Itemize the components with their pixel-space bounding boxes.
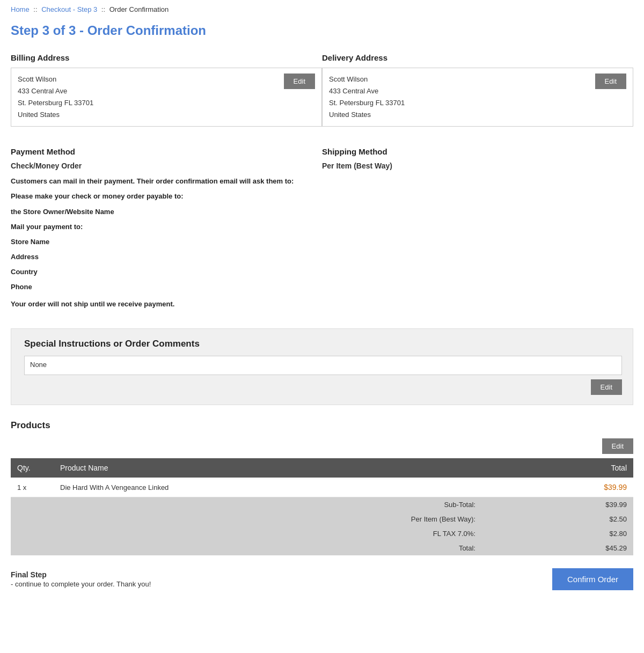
product-total: $39.99 <box>482 478 633 497</box>
delivery-country: United States <box>329 111 371 119</box>
delivery-address-box: Scott Wilson 433 Central Ave St. Petersb… <box>322 68 633 127</box>
product-name: Die Hard With A Vengeance Linked <box>54 478 482 497</box>
billing-delivery-section: Billing Address Scott Wilson 433 Central… <box>11 53 633 127</box>
payment-description: Customers can mail in their payment. The… <box>11 175 322 310</box>
delivery-name: Scott Wilson <box>329 75 368 83</box>
billing-name: Scott Wilson <box>18 75 56 83</box>
products-table-header-row: Qty. Product Name Total <box>11 458 633 478</box>
payment-desc2: Please make your check or money order pa… <box>11 190 322 202</box>
delivery-heading: Delivery Address <box>322 53 633 62</box>
delivery-address-text: Scott Wilson 433 Central Ave St. Petersb… <box>329 74 405 121</box>
payment-warning: Your order will not ship until we receiv… <box>11 298 322 310</box>
page-title: Step 3 of 3 - Order Confirmation <box>11 23 633 38</box>
payment-shipping-section: Payment Method Check/Money Order Custome… <box>11 136 633 313</box>
col-qty-header: Qty. <box>11 458 54 478</box>
special-instructions-heading: Special Instructions or Order Comments <box>24 339 622 349</box>
subtotal-value: $39.99 <box>482 497 633 512</box>
products-section: Products Edit Qty. Product Name Total 1 … <box>11 420 633 555</box>
breadcrumb: Home :: Checkout - Step 3 :: Order Confi… <box>11 5 633 13</box>
breadcrumb-home[interactable]: Home <box>11 5 30 13</box>
total-label: Total: <box>11 541 482 555</box>
breadcrumb-sep1: :: <box>33 5 37 13</box>
billing-street: 433 Central Ave <box>18 87 67 95</box>
products-edit-row: Edit <box>11 438 633 454</box>
shipping-method-value: Per Item (Best Way) <box>322 162 633 170</box>
delivery-edit-button[interactable]: Edit <box>595 74 626 89</box>
payment-country: Country <box>11 266 322 278</box>
special-instructions-value: None <box>24 356 622 375</box>
payment-phone: Phone <box>11 281 322 293</box>
payment-col: Payment Method Check/Money Order Custome… <box>11 147 322 313</box>
billing-heading: Billing Address <box>11 53 322 62</box>
tfoot-tax-row: FL TAX 7.0%: $2.80 <box>11 526 633 541</box>
final-step-title: Final Step <box>11 570 151 579</box>
col-product-header: Product Name <box>54 458 482 478</box>
col-total-header: Total <box>482 458 633 478</box>
total-value: $45.29 <box>482 541 633 555</box>
special-instructions-edit-row: Edit <box>24 379 622 395</box>
final-step-text: Final Step - continue to complete your o… <box>11 570 151 588</box>
footer-row: Final Step - continue to complete your o… <box>11 563 633 596</box>
special-instructions-section: Special Instructions or Order Comments N… <box>11 328 633 405</box>
products-edit-button[interactable]: Edit <box>602 438 633 454</box>
special-instructions-edit-button[interactable]: Edit <box>591 379 622 395</box>
products-table: Qty. Product Name Total 1 x Die Hard Wit… <box>11 458 633 555</box>
product-qty: 1 x <box>11 478 54 497</box>
delivery-street: 433 Central Ave <box>329 87 378 95</box>
breadcrumb-sep2: :: <box>101 5 105 13</box>
confirm-order-button[interactable]: Confirm Order <box>552 568 633 590</box>
billing-edit-button[interactable]: Edit <box>284 74 315 89</box>
payment-store-name: Store Name <box>11 236 322 248</box>
delivery-city: St. Petersburg FL 33701 <box>329 99 405 107</box>
tfoot-total-row: Total: $45.29 <box>11 541 633 555</box>
table-row: 1 x Die Hard With A Vengeance Linked $39… <box>11 478 633 497</box>
shipping-col: Shipping Method Per Item (Best Way) <box>322 147 633 313</box>
shipping-cost-label: Per Item (Best Way): <box>11 512 482 526</box>
breadcrumb-current: Order Confirmation <box>109 5 169 13</box>
billing-col: Billing Address Scott Wilson 433 Central… <box>11 53 322 127</box>
payment-desc3: the Store Owner/Website Name <box>11 206 322 218</box>
billing-address-box: Scott Wilson 433 Central Ave St. Petersb… <box>11 68 322 127</box>
billing-address-text: Scott Wilson 433 Central Ave St. Petersb… <box>18 74 93 121</box>
tax-value: $2.80 <box>482 526 633 541</box>
payment-mail-label: Mail your payment to: <box>11 221 322 233</box>
shipping-cost-value: $2.50 <box>482 512 633 526</box>
tfoot-subtotal-row: Sub-Total: $39.99 <box>11 497 633 512</box>
breadcrumb-checkout[interactable]: Checkout - Step 3 <box>41 5 97 13</box>
delivery-col: Delivery Address Scott Wilson 433 Centra… <box>322 53 633 127</box>
shipping-heading: Shipping Method <box>322 147 633 156</box>
payment-address: Address <box>11 251 322 263</box>
final-step-desc: - continue to complete your order. Thank… <box>11 580 151 588</box>
tax-label: FL TAX 7.0%: <box>11 526 482 541</box>
billing-country: United States <box>18 111 60 119</box>
billing-city: St. Petersburg FL 33701 <box>18 99 93 107</box>
payment-heading: Payment Method <box>11 147 322 156</box>
subtotal-label: Sub-Total: <box>11 497 482 512</box>
payment-desc1: Customers can mail in their payment. The… <box>11 175 322 187</box>
products-heading: Products <box>11 420 633 431</box>
payment-method-name: Check/Money Order <box>11 162 322 170</box>
tfoot-shipping-row: Per Item (Best Way): $2.50 <box>11 512 633 526</box>
